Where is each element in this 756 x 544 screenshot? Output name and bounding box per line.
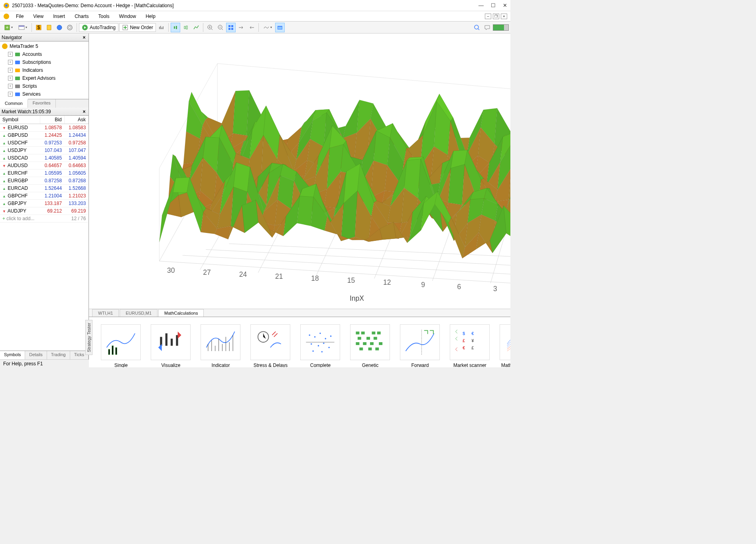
chart-tab-mathcalc[interactable]: MathCalculations [158,309,204,317]
chat-button[interactable] [482,23,492,32]
svg-text:15: 15 [347,277,355,285]
st-tile-visualize[interactable]: Visualize [150,324,192,367]
chart-tab-wti[interactable]: WTI,H1 [92,309,119,317]
market-watch-add-row[interactable]: + click to add...12 / 76 [0,215,88,223]
svg-text:$: $ [37,25,40,30]
svg-rect-70 [356,342,360,345]
mdi-restore-button[interactable]: ❐ [493,14,499,19]
market-watch-row[interactable]: ▲ GBPUSD1.244251.24434 [0,132,88,139]
profiles-button[interactable] [16,23,30,32]
market-watch-button[interactable]: $ [34,23,43,32]
market-watch-row[interactable]: ▲ USDCHF0.972530.97258 [0,139,88,147]
market-watch-row[interactable]: ▲ GBPJPY133.187133.203 [0,200,88,207]
svg-text:6: 6 [457,283,461,291]
mw-tab-trading[interactable]: Trading [47,351,70,359]
st-tile-stress-delays[interactable]: Stress & Delays [250,324,291,367]
folder-icon [14,83,21,89]
menu-charts[interactable]: Charts [70,12,93,21]
zoom-in-button[interactable] [205,23,215,32]
mw-tab-symbols[interactable]: Symbols [0,351,25,359]
market-watch-row[interactable]: ▼ AUDJPY69.21269.219 [0,207,88,215]
svg-rect-46 [116,348,117,355]
market-watch-row[interactable]: ▲ GBPCHF1.210041.21023 [0,192,88,200]
indicators-button[interactable] [261,23,274,32]
svg-point-59 [323,343,325,344]
chart-line-button[interactable] [191,23,201,32]
tree-root[interactable]: MetaTrader 5 [2,42,87,50]
zoom-out-button[interactable] [216,23,225,32]
st-tile-forward-optimization[interactable]: Forward optimization [399,324,441,367]
minimize-button[interactable]: — [478,2,484,8]
connection-indicator[interactable] [493,24,509,31]
expander-icon[interactable]: + [8,76,13,81]
tile-windows-button[interactable] [226,23,236,32]
navigator-button[interactable] [44,23,54,32]
tree-item-scripts[interactable]: +Scripts [8,82,87,90]
toolbox-button[interactable] [55,23,64,32]
chart-area[interactable]: 302724211815129630 InpX [89,34,510,309]
mw-header-symbol[interactable]: Symbol [0,116,40,124]
autotrading-button[interactable]: AutoTrading [79,23,118,32]
menu-view[interactable]: View [28,12,48,21]
expander-icon[interactable]: + [8,52,13,57]
mdi-minimize-button[interactable]: – [485,14,491,19]
mw-tab-details[interactable]: Details [25,351,47,359]
st-tile-single[interactable]: Single [100,324,142,367]
tree-item-expert-advisors[interactable]: +Expert Advisors [8,74,87,82]
svg-rect-76 [376,348,379,351]
market-watch-row[interactable]: ▲ EURGBP0.872580.87268 [0,177,88,185]
templates-button[interactable] [275,23,285,32]
chart-bars-button[interactable] [157,23,166,32]
strategy-tester-side-label[interactable]: Strategy Tester [85,320,93,355]
market-watch-row[interactable]: ▲ EURCAD1.526441.52668 [0,185,88,192]
mdi-close-button[interactable]: × [501,14,507,19]
new-order-button[interactable]: New Order [119,23,156,32]
menu-help[interactable]: Help [141,12,160,21]
market-watch-close-button[interactable]: × [81,109,87,114]
market-watch-row[interactable]: ▲ USDCAD1.405851.40594 [0,154,88,162]
navigator-close-button[interactable]: × [81,35,87,40]
st-tile-genetic-optimization[interactable]: Genetic optimization [349,324,391,367]
st-tile-market-scanner[interactable]: $€£¥€£Market scanner [449,324,491,367]
close-button[interactable]: ✕ [503,2,507,8]
st-tile-math-calculations[interactable]: Math calculations [499,324,510,367]
chart-candles-button[interactable] [171,23,180,32]
market-watch-row[interactable]: ▲ USDJPY107.043107.047 [0,147,88,154]
st-tile-complete-optimization[interactable]: Complete optimization [299,324,341,367]
new-order-label: New Order [130,25,153,30]
navigator-title: Navigator [2,35,22,40]
market-watch-row[interactable]: ▼ EURUSD1.085781.08583 [0,124,88,132]
tree-item-services[interactable]: +Services [8,90,87,98]
svg-text:€: € [472,331,474,336]
expander-icon[interactable]: + [8,92,13,97]
signals-button[interactable] [65,23,75,32]
nav-tab-common[interactable]: Common [0,99,28,108]
mw-header-bid[interactable]: Bid [40,116,64,124]
menu-file[interactable]: File [11,12,28,21]
chart-tab-eurusd[interactable]: EURUSD,M1 [120,309,158,317]
menu-window[interactable]: Window [114,12,141,21]
shift-button[interactable] [236,23,246,32]
tree-item-subscriptions[interactable]: +Subscriptions [8,58,87,66]
svg-text:27: 27 [203,268,211,276]
svg-text:€: € [463,345,465,350]
search-button[interactable] [472,23,482,32]
market-watch-row[interactable]: ▼ AUDUSD0.646570.64663 [0,162,88,170]
maximize-button[interactable]: ☐ [491,2,496,8]
menu-tools[interactable]: Tools [94,12,114,21]
svg-rect-24 [278,27,282,29]
menu-insert[interactable]: Insert [48,12,70,21]
nav-tab-favorites[interactable]: Favorites [28,99,56,108]
tree-item-accounts[interactable]: +Accounts [8,50,87,58]
expander-icon[interactable]: + [8,60,13,65]
market-watch-row[interactable]: ▲ EURCHF1.055951.05605 [0,170,88,177]
expander-icon[interactable]: + [8,68,13,73]
new-chart-button[interactable]: + [2,23,15,32]
st-tile-indicator[interactable]: Indicator [200,324,242,367]
expander-icon[interactable]: + [8,84,13,89]
autoscroll-button[interactable] [247,23,256,32]
tree-item-indicators[interactable]: +Indicators [8,66,87,74]
chart-candles2-button[interactable] [181,23,191,32]
svg-rect-66 [377,332,381,335]
mw-header-ask[interactable]: Ask [64,116,88,124]
